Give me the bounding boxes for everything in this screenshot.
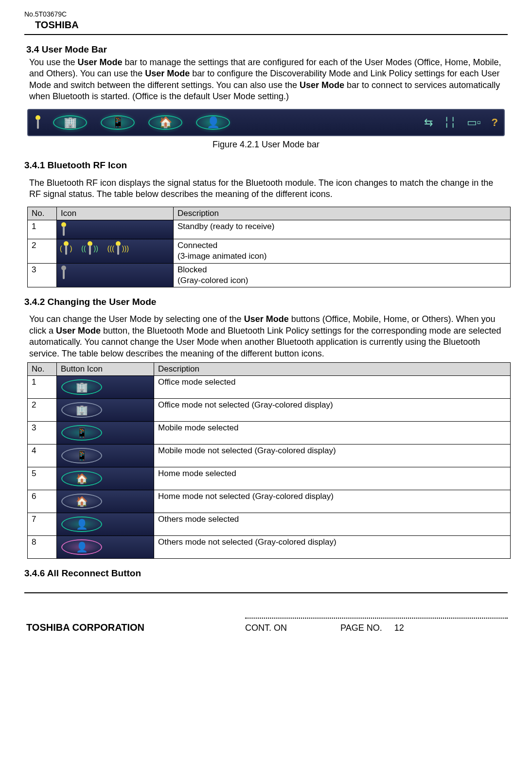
text: You can change the User Mode by selectin… xyxy=(29,314,244,324)
divider-top xyxy=(24,34,508,35)
rf-icon-table: No. Icon Description 1 Standby (ready to… xyxy=(27,207,511,287)
table-header-row: No. Icon Description xyxy=(28,207,511,220)
footer-corporation: TOSHIBA CORPORATION xyxy=(26,621,144,634)
bold-user-mode-4: User Mode xyxy=(244,314,289,324)
footer-page-number: 12 xyxy=(394,623,404,633)
table-row: 6 🏠 Home mode not selected (Gray-colored… xyxy=(28,490,511,513)
cell-desc: Office mode not selected (Gray-colored d… xyxy=(154,399,511,422)
cell-no: 7 xyxy=(28,513,57,536)
table-row: 7 👤 Others mode selected xyxy=(28,513,511,536)
home-selected-icon: 🏠 xyxy=(57,467,154,490)
col-desc-header: Description xyxy=(174,207,511,220)
home-mode-icon: 🏠 xyxy=(146,112,185,133)
cell-no: 2 xyxy=(28,399,57,422)
cell-desc: Blocked (Gray-colored icon) xyxy=(174,263,511,287)
table-header-row: No. Button Icon Description xyxy=(28,363,511,376)
office-selected-icon: 🏢 xyxy=(57,376,154,399)
button-icon-table: No. Button Icon Description 1 🏢 Office m… xyxy=(27,362,511,559)
cell-desc: Home mode selected xyxy=(154,467,511,490)
cell-no: 1 xyxy=(28,376,57,399)
table-row: 3 Blocked (Gray-colored icon) xyxy=(28,263,511,287)
heading-3-4-1: 3.4.1 Bluetooth RF Icon xyxy=(24,160,508,172)
cell-desc: Mobile mode not selected (Gray-colored d… xyxy=(154,444,511,467)
heading-3-4: 3.4 User Mode Bar xyxy=(26,44,508,56)
help-icon: ? xyxy=(492,116,498,130)
para-3-4-2: You can change the User Mode by selectin… xyxy=(29,314,505,359)
cell-desc: Home mode not selected (Gray-colored dis… xyxy=(154,490,511,513)
office-unselected-icon: 🏢 xyxy=(57,399,154,422)
cell-no: 1 xyxy=(28,220,57,239)
table-row: 3 📱 Mobile mode selected xyxy=(28,422,511,444)
cell-desc: Others mode not selected (Gray-colored d… xyxy=(154,536,511,559)
mobile-selected-icon: 📱 xyxy=(57,422,154,444)
cell-no: 3 xyxy=(28,263,57,287)
standby-icon xyxy=(57,220,174,239)
others-mode-icon: 👤 xyxy=(194,112,232,133)
bold-user-mode-2: User Mode xyxy=(145,69,190,78)
table-row: 2 🏢 Office mode not selected (Gray-color… xyxy=(28,399,511,422)
heading-3-4-2: 3.4.2 Changing the User Mode xyxy=(24,296,508,308)
col-button-icon-header: Button Icon xyxy=(57,363,154,376)
table-row: 4 📱 Mobile mode not selected (Gray-color… xyxy=(28,444,511,467)
document-brand: TOSHIBA xyxy=(35,18,508,31)
footer-page-label: PAGE NO. xyxy=(340,623,382,633)
cell-no: 5 xyxy=(28,467,57,490)
devices-icon: ▭▫ xyxy=(467,116,481,130)
cell-no: 3 xyxy=(28,422,57,444)
cell-desc: Others mode selected xyxy=(154,513,511,536)
table-row: 2 () (()) ((())) Connected (3-image anim… xyxy=(28,239,511,263)
cell-desc: Standby (ready to receive) xyxy=(174,220,511,239)
others-selected-icon: 👤 xyxy=(57,513,154,536)
reconnect-icon: ⇆ xyxy=(424,116,433,130)
table-row: 5 🏠 Home mode selected xyxy=(28,467,511,490)
heading-3-4-6: 3.4.6 All Reconnect Button xyxy=(24,568,508,580)
home-unselected-icon: 🏠 xyxy=(57,490,154,513)
table-row: 1 Standby (ready to receive) xyxy=(28,220,511,239)
settings-sliders-icon: ╎╎ xyxy=(443,116,456,130)
text: You use the xyxy=(29,57,77,67)
bold-user-mode-1: User Mode xyxy=(77,57,122,67)
footer-cont-on: CONT. ON xyxy=(245,622,287,634)
mode-bar-right-group: ⇆ ╎╎ ▭▫ ? xyxy=(424,116,498,130)
col-no-header: No. xyxy=(28,363,57,376)
bold-user-mode-5: User Mode xyxy=(56,326,101,336)
table-row: 8 👤 Others mode not selected (Gray-color… xyxy=(28,536,511,559)
mobile-unselected-icon: 📱 xyxy=(57,444,154,467)
mobile-mode-icon: 📱 xyxy=(98,112,137,133)
user-mode-bar-figure: 🏢 📱 🏠 👤 ⇆ ╎╎ ▭▫ ? xyxy=(27,109,505,136)
cell-no: 8 xyxy=(28,536,57,559)
table-row: 1 🏢 Office mode selected xyxy=(28,376,511,399)
col-desc-header: Description xyxy=(154,363,511,376)
para-3-4: You use the User Mode bar to manage the … xyxy=(29,57,505,103)
divider-bottom xyxy=(24,592,508,593)
cell-desc: Office mode selected xyxy=(154,376,511,399)
blocked-icon xyxy=(57,263,174,287)
cell-no: 2 xyxy=(28,239,57,263)
document-number: No.5T03679C xyxy=(24,10,508,18)
others-unselected-icon: 👤 xyxy=(57,536,154,559)
cell-desc: Mobile mode selected xyxy=(154,422,511,444)
document-header: No.5T03679C TOSHIBA xyxy=(24,10,508,31)
col-no-header: No. xyxy=(28,207,57,220)
connected-icon: () (()) ((())) xyxy=(57,239,174,263)
col-icon-header: Icon xyxy=(57,207,174,220)
rf-antenna-icon xyxy=(34,115,42,130)
office-mode-icon: 🏢 xyxy=(51,112,89,133)
figure-caption: Figure 4.2.1 User Mode bar xyxy=(24,139,508,150)
page-footer: TOSHIBA CORPORATION CONT. ON PAGE NO. 12 xyxy=(24,618,508,634)
cell-desc: Connected (3-image animated icon) xyxy=(174,239,511,263)
bold-user-mode-3: User Mode xyxy=(300,80,344,90)
cell-no: 4 xyxy=(28,444,57,467)
footer-right: CONT. ON PAGE NO. 12 xyxy=(245,618,508,634)
cell-no: 6 xyxy=(28,490,57,513)
para-3-4-1: The Bluetooth RF icon displays the signa… xyxy=(29,178,505,200)
